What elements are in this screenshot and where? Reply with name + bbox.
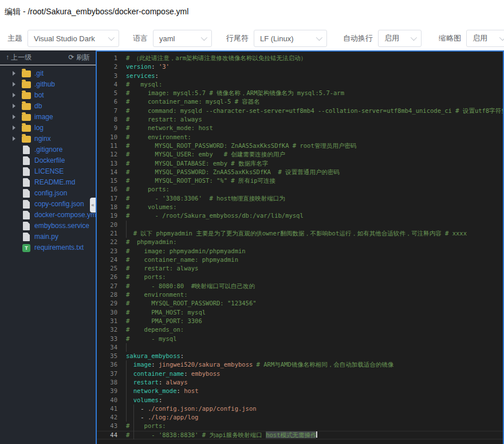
minimap-select[interactable]: 启用 <box>466 30 504 47</box>
expand-arrow-icon[interactable] <box>13 115 15 119</box>
expand-arrow-icon[interactable] <box>13 136 15 141</box>
tree-item-db[interactable]: db <box>0 101 96 112</box>
code-token: restart <box>133 379 159 386</box>
line-number: 18 <box>97 203 125 211</box>
line-text: - ./config.json:/app/config.json <box>125 404 503 413</box>
language-select[interactable]: yaml <box>153 30 212 47</box>
code-token: # command: mysqld --character-set-server… <box>126 107 503 114</box>
refresh-button[interactable]: ⟳ 刷新 <box>69 53 90 62</box>
indent-guide <box>126 370 127 378</box>
tree-item-LICENSE[interactable]: LICENSE <box>0 166 96 177</box>
line-text: # command: mysqld --character-set-server… <box>125 107 503 115</box>
eol-select[interactable]: LF (Linux) <box>254 30 327 47</box>
line-text: # ports: <box>125 185 503 194</box>
code-token: # depends_on: <box>126 326 184 333</box>
tree-item-config-json[interactable]: config.json <box>0 188 96 199</box>
line-text: # depends_on: <box>125 325 503 334</box>
tree-item-copy-config-json[interactable]: copy-config.json <box>0 199 96 210</box>
code-token: # - '3308:3306' # host物理直接映射端口为 <box>126 195 285 202</box>
tree-item--git[interactable]: .git <box>0 68 96 79</box>
sidebar-collapse-handle[interactable]: « <box>90 198 96 213</box>
code-token: # ARM与AMD镜像名称相同，会自动加载适合的镜像 <box>253 361 393 368</box>
code-line-3: 3services: <box>97 72 503 80</box>
code-token: # image: phpmyadmin/phpmyadmin <box>126 247 246 254</box>
folder-icon <box>22 92 31 99</box>
theme-select[interactable]: Visual Studio Dark <box>27 30 119 47</box>
expand-arrow-icon[interactable] <box>13 82 15 87</box>
tree-item-image[interactable]: image <box>0 112 96 123</box>
tree-item-embyboss-service[interactable]: embyboss.service <box>0 221 96 231</box>
line-text: # image: mysql:5.7 # 镜像名称，ARM架构镜像名为 mysq… <box>125 89 503 97</box>
up-level-button[interactable]: ↑ 上一级 <box>6 53 32 62</box>
code-line-17: 17# - '3308:3306' # host物理直接映射端口为 <box>97 194 503 203</box>
line-number: 31 <box>97 317 125 325</box>
tree-item-label: .gitignore <box>34 144 62 155</box>
folder-icon <box>22 136 31 143</box>
code-token: # MYSQL_USER: emby # 创建需要连接的用户 <box>126 151 285 158</box>
code-token: # - /root/Sakura_embyboss/db:/var/lib/my… <box>126 212 304 219</box>
expand-arrow-icon[interactable] <box>13 125 15 130</box>
code-line-28: 28# environment: <box>97 290 503 299</box>
indent-guide <box>126 360 127 369</box>
tree-item-main-py[interactable]: main.py <box>0 231 96 242</box>
line-text: # MYSQL_PASSWORD: ZnAAS5axKksSDfKA # 设置普… <box>125 168 503 176</box>
tree-item-label: image <box>34 112 53 123</box>
code-token: # image: mysql:5.7 # 镜像名称，ARM架构镜像名为 mysq… <box>126 89 344 96</box>
line-number: 16 <box>97 185 125 194</box>
code-token: # ports: <box>126 422 166 429</box>
file-icon <box>23 146 30 154</box>
theme-select-value: Visual Studio Dark <box>34 34 95 43</box>
code-token: # PMA_HOST: mysql <box>126 309 206 316</box>
code-token: always <box>166 379 188 386</box>
code-token: network_mode <box>133 387 177 394</box>
line-number: 26 <box>97 273 125 281</box>
eol-label: 行尾符 <box>226 33 249 44</box>
folder-icon <box>22 125 31 132</box>
line-text: restart: always <box>125 378 503 387</box>
tree-item-label: log <box>34 123 44 133</box>
line-text: volumes: <box>125 396 503 404</box>
tree-item-nginx[interactable]: nginx <box>0 133 96 144</box>
tree-item-README-md[interactable]: README.md <box>0 177 96 188</box>
tree-item-docker-compose-yml[interactable]: docker-compose.yml <box>0 210 96 221</box>
code-editor[interactable]: 1# （此处请注意，arm架构请注意修改镜像名称以免拉错无法启动）2versio… <box>96 50 504 444</box>
tree-item-requirements-txt[interactable]: Trequirements.txt <box>0 242 96 253</box>
tree-item-Dockerfile[interactable]: Dockerfile <box>0 155 96 166</box>
code-token: - <box>126 405 148 412</box>
line-text: # MYSQL_DATABASE: emby # 数据库名字 <box>125 159 503 168</box>
code-token: # mysql: <box>126 81 162 88</box>
indent-guide <box>126 396 127 404</box>
code-line-1: 1# （此处请注意，arm架构请注意修改镜像名称以免拉错无法启动） <box>97 54 503 62</box>
line-text: # （此处请注意，arm架构请注意修改镜像名称以免拉错无法启动） <box>125 54 503 62</box>
expand-arrow-icon[interactable] <box>13 104 15 108</box>
code-token <box>126 387 133 394</box>
folder-icon <box>22 81 31 88</box>
line-text: # MYSQL_ROOT_HOST: "%" # 所有ip可连接 <box>125 176 503 185</box>
text-file-icon: T <box>22 244 30 252</box>
code-token: # MYSQL_PASSWORD: ZnAAS5axKksSDfKA # 设置普… <box>126 168 340 175</box>
code-line-34: 34 <box>97 343 503 352</box>
wrap-select[interactable]: 启用 <box>378 30 422 47</box>
tree-item-log[interactable]: log <box>0 123 96 133</box>
code-token: '3' <box>159 63 170 70</box>
expand-arrow-icon[interactable] <box>13 93 15 97</box>
tree-item-label: Dockerfile <box>34 155 65 166</box>
code-line-9: 9# network_mode: host <box>97 124 503 132</box>
tree-item--github[interactable]: .github <box>0 79 96 90</box>
code-token <box>126 361 133 368</box>
expand-arrow-icon[interactable] <box>13 71 15 76</box>
code-line-29: 29# MYSQL_ROOT_PASSWORD: "123456" <box>97 299 503 308</box>
code-lines: 1# （此处请注意，arm架构请注意修改镜像名称以免拉错无法启动）2versio… <box>97 52 503 439</box>
tree-item-bot[interactable]: bot <box>0 90 96 101</box>
code-token: : <box>177 387 184 394</box>
line-number: 34 <box>97 343 125 352</box>
code-line-25: 25# restart: always <box>97 264 503 273</box>
code-line-5: 5# image: mysql:5.7 # 镜像名称，ARM架构镜像名为 mys… <box>97 89 503 97</box>
wrap-label: 自动换行 <box>343 33 373 44</box>
code-line-36: 36 image: jingwei520/sakura_embyboss # A… <box>97 360 503 369</box>
line-text: services: <box>125 72 503 80</box>
code-token: # restart: always <box>126 265 198 272</box>
code-line-14: 14# MYSQL_PASSWORD: ZnAAS5axKksSDfKA # 设… <box>97 168 503 176</box>
code-token: version <box>126 63 151 70</box>
tree-item--gitignore[interactable]: .gitignore <box>0 144 96 155</box>
